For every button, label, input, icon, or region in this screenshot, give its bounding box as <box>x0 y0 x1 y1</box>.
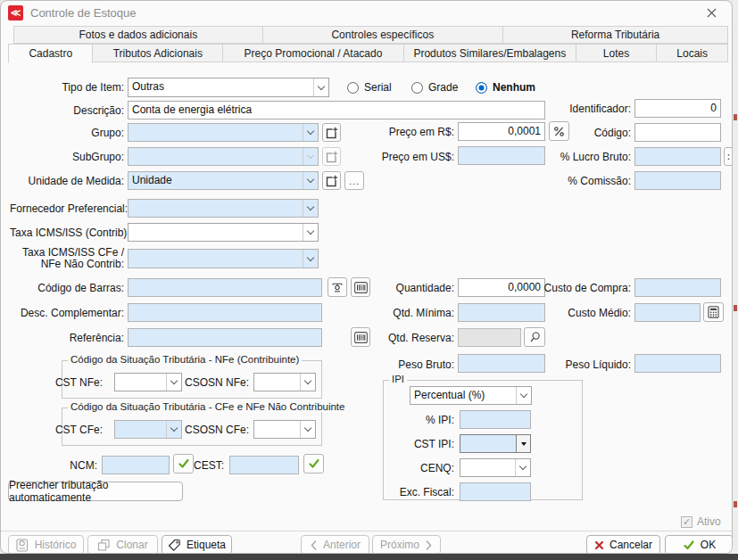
proximo-button[interactable]: Próximo <box>372 535 441 554</box>
groupbox-cst-cfe-legend: Código da Situação Tributária - CFe e NF… <box>68 401 347 412</box>
descricao-input[interactable]: Conta de energia elétrica <box>128 101 545 119</box>
cst-ipi-label: CST IPI: <box>376 435 454 454</box>
identificador-input[interactable]: 0 <box>634 99 721 118</box>
grupo-add-button[interactable] <box>322 123 341 142</box>
clonar-button[interactable]: Clonar <box>87 535 158 554</box>
identificador-label: Identificador: <box>518 100 631 119</box>
exc-fiscal-input[interactable] <box>460 482 531 501</box>
quantidade-label: Quantidade: <box>342 279 454 298</box>
tab-locais[interactable]: Locais <box>656 44 728 62</box>
ipi-pct-input[interactable] <box>460 410 531 429</box>
chevron-down-icon <box>303 200 318 217</box>
background-artifact <box>734 501 737 507</box>
clone-icon <box>97 539 111 552</box>
background-artifact <box>734 305 737 311</box>
preco-rs-label: Preço em R$: <box>342 123 454 142</box>
cancelar-button[interactable]: Cancelar <box>586 535 660 554</box>
qtd-reserva-label: Qtd. Reserva: <box>342 329 454 348</box>
taxa-nao-contrib-select[interactable] <box>128 249 319 268</box>
x-icon <box>594 540 604 550</box>
tab-produtos-similares-embalagens[interactable]: Produtos Similares/Embalagens <box>403 44 576 62</box>
codigo-input[interactable] <box>634 123 721 142</box>
window-title: Controle de Estoque <box>30 6 137 20</box>
tab-lotes[interactable]: Lotes <box>576 44 658 62</box>
cest-label: CEST: <box>167 457 224 475</box>
cest-validate-button[interactable] <box>303 454 324 474</box>
qtd-reserva-input[interactable] <box>458 328 521 347</box>
qtd-minima-label: Qtd. Mínima: <box>342 304 454 323</box>
dropdown-triangle-icon <box>516 435 530 452</box>
cenq-label: CENQ: <box>376 459 454 478</box>
cst-cfe-select[interactable] <box>114 420 182 439</box>
ativo-checkbox[interactable]: ✓ Ativo <box>681 515 721 528</box>
referencia-label: Referência: <box>10 329 124 348</box>
referencia-input[interactable] <box>128 328 322 347</box>
radio-nenhum[interactable]: Nenhum <box>476 81 535 94</box>
csosn-nfe-select[interactable] <box>253 373 316 391</box>
historico-button[interactable]: Histórico <box>8 535 84 554</box>
tag-icon <box>168 539 181 552</box>
grupo-select[interactable] <box>128 123 319 142</box>
cst-cfe-label: CST CFe: <box>28 421 103 440</box>
taxa-nao-contrib-label: Taxa ICMS/ISS CFe / NFe Não Contrib: <box>10 247 124 270</box>
new-item-icon <box>326 151 338 163</box>
chevron-down-icon <box>300 374 315 391</box>
radio-circle-icon <box>347 82 359 94</box>
cest-input[interactable] <box>229 456 299 474</box>
tipo-de-item-select[interactable]: Outras <box>128 78 329 97</box>
unidade-add-button[interactable] <box>322 171 341 190</box>
chevron-down-icon <box>303 224 318 241</box>
unidade-select[interactable]: Unidade <box>128 171 319 190</box>
desc-compl-input[interactable] <box>128 303 322 322</box>
subgrupo-select[interactable] <box>128 147 319 166</box>
anterior-button[interactable]: Anterior <box>301 535 369 554</box>
check-icon <box>308 457 320 470</box>
tab-fotos-e-dados-adicionais[interactable]: Fotos e dados adicionais <box>13 26 263 44</box>
custo-medio-input[interactable] <box>634 303 701 322</box>
ncm-label: NCM: <box>37 457 97 475</box>
cst-nfe-select[interactable] <box>114 373 182 391</box>
controle-de-estoque-dialog: ≪ Controle de Estoque Fotos e dados adic… <box>0 0 733 554</box>
desc-compl-label: Desc. Complementar: <box>10 304 124 323</box>
cenq-select[interactable] <box>460 458 531 477</box>
tab-preco-promocional-atacado[interactable]: Preço Promocional / Atacado <box>222 44 404 62</box>
peso-bruto-label: Peso Bruto: <box>342 356 454 375</box>
radio-serial[interactable]: Serial <box>347 81 392 94</box>
custo-medio-label: Custo Médio: <box>518 304 631 323</box>
radio-grade[interactable]: Grade <box>411 81 458 94</box>
preco-us-label: Preço em US$: <box>342 148 454 167</box>
cst-nfe-label: CST NFe: <box>28 374 103 392</box>
custo-compra-input[interactable] <box>634 278 721 297</box>
peso-liquido-input[interactable] <box>634 354 721 373</box>
fornecedor-label: Fornecedor Preferencial: <box>10 200 124 218</box>
chevron-right-icon <box>425 539 433 551</box>
csosn-cfe-select[interactable] <box>253 420 316 439</box>
cod-barras-input[interactable] <box>128 278 322 297</box>
tab-controles-especificos[interactable]: Controles específicos <box>262 26 504 44</box>
ok-button[interactable]: OK <box>665 535 733 554</box>
etiqueta-button[interactable]: Etiqueta <box>162 535 232 554</box>
tab-cadastro[interactable]: Cadastro <box>8 44 93 63</box>
ncm-input[interactable] <box>102 456 170 474</box>
preencher-tributacao-button[interactable]: Preencher tributação automaticamente <box>8 482 183 501</box>
tab-reforma-tributaria[interactable]: Reforma Tributária <box>502 26 728 44</box>
cst-ipi-select[interactable] <box>460 434 531 453</box>
fornecedor-select[interactable] <box>128 199 319 218</box>
grupo-label: Grupo: <box>10 124 124 143</box>
new-item-icon <box>326 127 338 139</box>
close-button[interactable] <box>701 4 721 21</box>
comissao-input[interactable] <box>634 171 721 190</box>
lucro-options-button[interactable]: : <box>724 147 733 166</box>
peso-liquido-label: Peso Líquido: <box>518 356 631 375</box>
taxa-contrib-select[interactable] <box>128 223 319 242</box>
ipi-tipo-select[interactable]: Percentual (%) <box>410 386 532 405</box>
chevron-down-icon <box>300 421 315 438</box>
calculator-button[interactable] <box>703 302 724 322</box>
lucro-bruto-input[interactable] <box>634 147 721 166</box>
tab-tributos-adicionais[interactable]: Tributos Adicionais <box>92 44 223 62</box>
unidade-more-button[interactable]: ... <box>344 171 364 190</box>
chevron-left-icon <box>310 539 318 551</box>
reserva-search-button[interactable] <box>524 327 545 347</box>
subgrupo-add-button[interactable] <box>322 147 341 166</box>
chevron-down-icon <box>303 124 318 141</box>
